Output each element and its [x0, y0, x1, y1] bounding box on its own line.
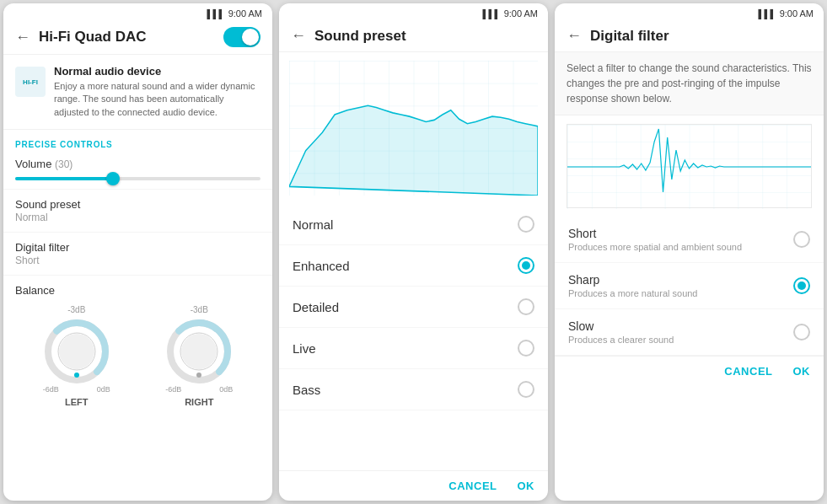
filter-item-slow[interactable]: Slow Produces a clearer sound — [555, 309, 824, 356]
left-knob-container: -3dB -6dB 0dB — [43, 305, 110, 407]
svg-point-8 — [181, 334, 217, 369]
left-knob[interactable] — [43, 318, 110, 385]
digital-filter-value: Short — [15, 255, 260, 266]
preset-list: Normal Enhanced Detailed Live — [279, 204, 548, 470]
screen1-content: HI-FI Normal audio device Enjoy a more n… — [3, 55, 272, 501]
filter-radio-sharp[interactable] — [793, 277, 810, 294]
status-bar-1: ▌▌▌ 9:00 AM — [3, 3, 272, 20]
signal-icon-2: ▌▌▌ — [482, 9, 500, 19]
back-button-3[interactable]: ← — [567, 27, 582, 45]
balance-section: Balance -3dB — [3, 275, 272, 416]
volume-slider-track[interactable] — [15, 177, 260, 180]
screen2-content: Normal Enhanced Detailed Live — [279, 52, 548, 501]
filter-description: Select a filter to change the sound char… — [555, 52, 824, 115]
digital-filter-label: Digital filter — [15, 241, 260, 254]
filter-radio-sharp-fill — [797, 281, 806, 290]
right-knob-container: -3dB -6dB 0dB — [165, 305, 233, 407]
preset-radio-bass[interactable] — [518, 381, 534, 398]
preset-item-detailed[interactable]: Detailed — [279, 287, 548, 328]
right-knob[interactable] — [165, 318, 233, 385]
filter-short-desc: Produces more spatial and ambient sound — [568, 242, 793, 252]
filter-item-sharp[interactable]: Sharp Produces a more natural sound — [555, 263, 824, 309]
volume-value: (30) — [55, 158, 72, 170]
filter-sharp-desc: Produces a more natural sound — [568, 288, 793, 298]
preset-name-live: Live — [293, 341, 518, 356]
device-info: HI-FI Normal audio device Enjoy a more n… — [3, 55, 272, 130]
left-knob-max: 0dB — [97, 385, 110, 394]
preset-radio-enhanced-fill — [522, 261, 530, 270]
preset-item-live[interactable]: Live — [279, 328, 548, 369]
right-channel-label: RIGHT — [165, 397, 233, 407]
signal-icon-3: ▌▌▌ — [758, 9, 776, 19]
time-1: 9:00 AM — [228, 8, 262, 19]
sound-chart-area — [279, 52, 548, 204]
sound-preset-row[interactable]: Sound preset Normal — [3, 189, 272, 232]
right-knob-top-label: -3dB — [165, 305, 233, 314]
filter-sharp-name: Sharp — [568, 273, 793, 287]
filter-short-text: Short Produces more spatial and ambient … — [568, 227, 793, 252]
preset-item-normal[interactable]: Normal — [279, 204, 548, 245]
filter-radio-short[interactable] — [793, 231, 810, 248]
hifi-icon: HI-FI — [15, 67, 46, 97]
left-knob-min: -6dB — [43, 385, 59, 394]
back-button-1[interactable]: ← — [15, 29, 30, 46]
preset-item-enhanced[interactable]: Enhanced — [279, 245, 548, 287]
preset-name-enhanced: Enhanced — [293, 259, 518, 273]
screen3-content: Select a filter to change the sound char… — [555, 52, 824, 501]
hifi-toggle[interactable] — [223, 27, 260, 47]
svg-point-9 — [196, 373, 201, 378]
preset-cancel-button[interactable]: CANCEL — [448, 480, 497, 492]
header-2: ← Sound preset — [279, 20, 548, 52]
status-bar-2: ▌▌▌ 9:00 AM — [279, 3, 548, 20]
screen-title-1: Hi-Fi Quad DAC — [39, 29, 147, 46]
device-title: Normal audio device — [54, 65, 260, 78]
filter-ok-button[interactable]: OK — [793, 365, 811, 378]
volume-slider-thumb[interactable] — [106, 172, 120, 185]
filter-short-name: Short — [568, 227, 793, 240]
preset-radio-normal[interactable] — [518, 216, 534, 233]
back-button-2[interactable]: ← — [291, 27, 306, 45]
filter-radio-slow[interactable] — [793, 324, 810, 340]
svg-point-4 — [74, 373, 79, 378]
digital-filter-row[interactable]: Digital filter Short — [3, 232, 272, 275]
preset-radio-live[interactable] — [518, 340, 534, 357]
header-1: ← Hi-Fi Quad DAC — [3, 20, 272, 55]
preset-dialog-actions: CANCEL OK — [279, 470, 548, 501]
preset-name-detailed: Detailed — [293, 300, 518, 314]
sound-preset-value: Normal — [15, 212, 260, 223]
time-2: 9:00 AM — [504, 8, 538, 19]
impulse-chart — [567, 124, 812, 208]
preset-radio-detailed[interactable] — [518, 298, 534, 315]
right-knob-min: -6dB — [165, 385, 181, 394]
volume-section: Volume (30) — [3, 153, 272, 189]
screens-container: ▌▌▌ 9:00 AM ← Hi-Fi Quad DAC HI-FI Norma… — [0, 0, 827, 504]
preset-name-normal: Normal — [293, 217, 518, 232]
screen-digital-filter: ▌▌▌ 9:00 AM ← Digital filter Select a fi… — [555, 3, 824, 501]
screen-hifi-dac: ▌▌▌ 9:00 AM ← Hi-Fi Quad DAC HI-FI Norma… — [3, 3, 272, 501]
balance-knobs: -3dB -6dB 0dB — [15, 305, 260, 407]
filter-cancel-button[interactable]: CANCEL — [724, 365, 772, 378]
filter-slow-text: Slow Produces a clearer sound — [568, 319, 793, 345]
time-3: 9:00 AM — [780, 8, 814, 19]
left-knob-side-labels: -6dB 0dB — [43, 385, 110, 394]
sound-preset-label: Sound preset — [15, 198, 260, 211]
screen-sound-preset: ▌▌▌ 9:00 AM ← Sound preset — [279, 3, 548, 501]
volume-label: Volume (30) — [15, 158, 260, 170]
filter-dialog-actions: CANCEL OK — [555, 356, 824, 386]
filter-list: Short Produces more spatial and ambient … — [555, 217, 824, 356]
device-description: Enjoy a more natural sound and a wider d… — [54, 80, 260, 119]
device-text: Normal audio device Enjoy a more natural… — [54, 65, 260, 119]
filter-sharp-text: Sharp Produces a more natural sound — [568, 273, 793, 298]
right-knob-max: 0dB — [219, 385, 233, 394]
filter-slow-name: Slow — [568, 319, 793, 333]
balance-label: Balance — [15, 284, 260, 297]
filter-item-short[interactable]: Short Produces more spatial and ambient … — [555, 217, 824, 263]
preset-radio-enhanced[interactable] — [518, 257, 534, 274]
preset-ok-button[interactable]: OK — [518, 480, 535, 492]
right-knob-side-labels: -6dB 0dB — [165, 385, 233, 394]
preset-item-bass[interactable]: Bass — [279, 369, 548, 410]
svg-point-3 — [59, 334, 94, 369]
precise-controls-label: PRECISE CONTROLS — [3, 130, 272, 153]
status-bar-3: ▌▌▌ 9:00 AM — [555, 3, 824, 20]
preset-name-bass: Bass — [293, 383, 518, 397]
